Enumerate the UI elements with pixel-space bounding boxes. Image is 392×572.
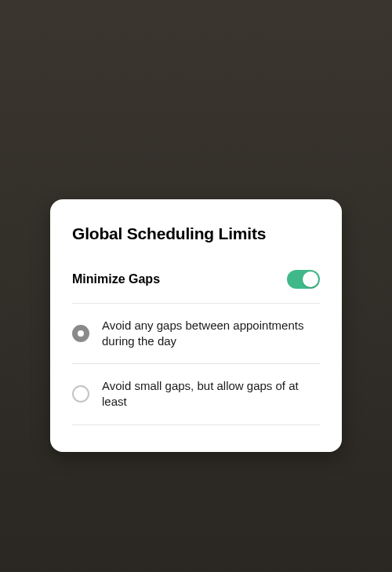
option-label: Avoid small gaps, but allow gaps of at l… — [102, 378, 320, 410]
toggle-knob — [303, 271, 318, 287]
card-title: Global Scheduling Limits — [72, 224, 320, 243]
option-avoid-any-gaps[interactable]: Avoid any gaps between appointments duri… — [72, 304, 320, 365]
minimize-gaps-label: Minimize Gaps — [72, 272, 160, 286]
minimize-gaps-row: Minimize Gaps — [72, 270, 320, 304]
minimize-gaps-toggle[interactable] — [287, 270, 320, 289]
option-allow-large-gaps[interactable]: Avoid small gaps, but allow gaps of at l… — [72, 364, 320, 425]
radio-allow-large-gaps[interactable] — [72, 385, 89, 403]
radio-avoid-any-gaps[interactable] — [72, 325, 89, 342]
option-label: Avoid any gaps between appointments duri… — [102, 318, 320, 350]
settings-card: Global Scheduling Limits Minimize Gaps A… — [50, 199, 342, 452]
